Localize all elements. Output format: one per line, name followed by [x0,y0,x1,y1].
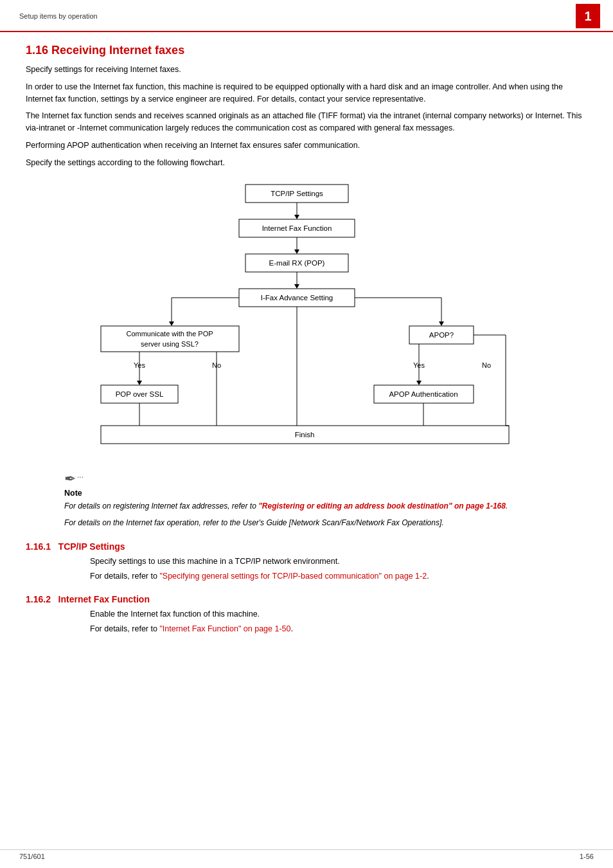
section-1-16-2-content: Enable the Internet fax function of this… [90,608,587,635]
para-3: The Internet fax function sends and rece… [26,110,587,134]
page-header: Setup items by operation 1 [0,0,613,32]
section-1-16-1-content: Specify settings to use this machine in … [90,556,587,583]
section-1-16-1-heading: TCP/IP Settings [58,541,125,552]
svg-text:No: No [482,361,491,369]
note-icon: ✒ [64,471,76,487]
svg-text:POP over SSL: POP over SSL [116,390,164,398]
para-2: In order to use the Internet fax functio… [26,81,587,105]
section-1-16-1-link[interactable]: "Specifying general settings for TCP/IP-… [159,572,427,581]
section-1-16-1-number: 1.16.1 [26,541,51,552]
section-1-16-2-link-suffix: . [291,624,293,633]
section-1-16-1-link-prefix: For details, refer to [90,572,159,581]
section-1-16-1-title: 1.16.1 TCP/IP Settings [26,541,587,552]
section-1-16-title: 1.16 Receiving Internet faxes [26,44,587,57]
note-line-1-after: . [506,502,508,511]
svg-marker-33 [416,381,422,385]
section-1-16-1-body: Specify settings to use this machine in … [90,556,587,568]
section-1-16-2-link-line: For details, refer to "Internet Fax Func… [90,623,587,635]
svg-marker-28 [137,381,142,385]
svg-text:Internet Fax Function: Internet Fax Function [262,224,332,232]
section-1-16-heading: Receiving Internet faxes [51,44,184,57]
svg-marker-16 [169,321,174,326]
svg-text:APOP?: APOP? [429,331,454,339]
section-1-16-2-link-prefix: For details, refer to [90,624,159,633]
section-1-16-2-heading: Internet Fax Function [58,594,150,604]
note-section: ✒... Note For details on registering Int… [64,471,587,529]
svg-text:Communicate with the POP: Communicate with the POP [126,330,213,338]
main-content: 1.16 Receiving Internet faxes Specify se… [0,32,613,656]
section-1-16-1: 1.16.1 TCP/IP Settings Specify settings … [26,541,587,583]
note-link-1[interactable]: "Registering or editing an address book … [258,502,506,511]
note-line-2: For details on the Internet fax operatio… [64,517,587,529]
note-line-1: For details on registering Internet fax … [64,500,587,512]
svg-marker-7 [294,249,299,254]
svg-text:Finish: Finish [295,431,315,439]
footer-left: 751/601 [19,853,45,860]
section-1-16-1-link-suffix: . [427,572,429,581]
page-footer: 751/601 1-56 [0,849,613,860]
svg-marker-19 [439,321,444,326]
section-1-16-2-link[interactable]: "Internet Fax Function" on page 1-50 [159,624,290,633]
svg-marker-3 [294,215,299,219]
svg-text:APOP Authentication: APOP Authentication [389,390,458,398]
svg-text:server using SSL?: server using SSL? [141,340,199,348]
note-line-2-text: For details on the Internet fax operatio… [64,518,444,527]
svg-text:TCP/IP Settings: TCP/IP Settings [271,190,323,197]
page: Setup items by operation 1 1.16 Receivin… [0,0,613,868]
section-1-16-number: 1.16 [26,44,48,57]
flowchart-svg: TCP/IP Settings Internet Fax Function E-… [82,181,531,458]
chapter-number: 1 [576,4,600,28]
para-4: Performing APOP authentication when rece… [26,140,587,152]
note-title: Note [64,489,587,498]
section-1-16-2-number: 1.16.2 [26,594,51,604]
svg-text:I-Fax Advance Setting: I-Fax Advance Setting [261,294,333,302]
section-1-16-2-title: 1.16.2 Internet Fax Function [26,594,587,604]
svg-marker-11 [294,284,299,289]
section-1-16-2-body: Enable the Internet fax function of this… [90,608,587,620]
section-1-16-2: 1.16.2 Internet Fax Function Enable the … [26,594,587,635]
note-line-1-text: For details on registering Internet fax … [64,502,258,511]
note-icon-row: ✒... [64,471,587,489]
flowchart: TCP/IP Settings Internet Fax Function E-… [82,181,531,458]
footer-right: 1-56 [580,853,594,860]
breadcrumb: Setup items by operation [19,12,98,20]
para-1: Specify settings for receiving Internet … [26,64,587,76]
section-1-16-1-link-line: For details, refer to "Specifying genera… [90,570,587,583]
para-5: Specify the settings according to the fo… [26,157,587,169]
svg-text:E-mail RX (POP): E-mail RX (POP) [269,259,325,267]
note-dots: ... [77,471,84,480]
